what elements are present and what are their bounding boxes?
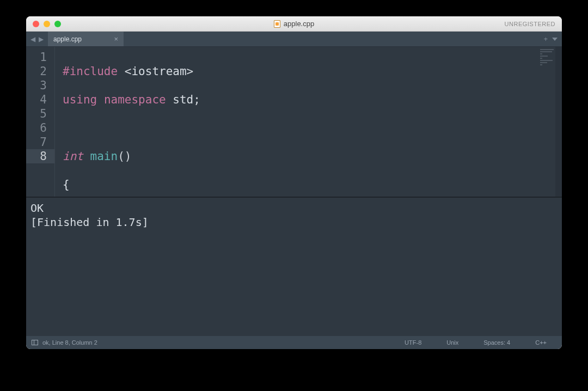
tok: ()	[118, 150, 131, 163]
minimize-window-button[interactable]	[44, 21, 50, 27]
status-cursor-info[interactable]: ok, Line 8, Column 2	[42, 339, 97, 346]
status-bar: ok, Line 8, Column 2 UTF-8 Unix Spaces: …	[26, 336, 562, 349]
status-indent[interactable]: Spaces: 4	[474, 339, 520, 346]
tok: namespace	[104, 93, 166, 106]
line-gutter[interactable]: 1 2 3 4 5 6 7 8	[26, 47, 55, 197]
line-number[interactable]: 6	[37, 121, 47, 135]
line-number[interactable]: 5	[37, 107, 47, 121]
editor-window: apple.cpp UNREGISTERED ◀ ▶ apple.cpp × +…	[26, 16, 562, 349]
title-filename: apple.cpp	[284, 20, 314, 28]
close-window-button[interactable]	[33, 21, 39, 27]
panel-switcher-icon[interactable]	[32, 340, 38, 345]
line-number-current[interactable]: 8	[26, 149, 54, 163]
line-number[interactable]: 4	[37, 93, 47, 107]
tok: #include	[63, 65, 118, 78]
status-line-ending[interactable]: Unix	[437, 339, 468, 346]
tok: main	[83, 150, 118, 163]
tok: iostream	[131, 65, 186, 78]
tok: using	[63, 93, 97, 106]
vertical-scrollbar[interactable]	[555, 47, 562, 197]
tab-close-icon[interactable]: ×	[114, 35, 118, 43]
line-number[interactable]: 1	[37, 50, 47, 64]
code-area[interactable]: #include <iostream> using namespace std;…	[55, 47, 562, 197]
nav-arrows: ◀ ▶	[26, 32, 48, 46]
nav-back-icon[interactable]: ◀	[29, 35, 36, 43]
line-number[interactable]: 3	[37, 78, 47, 93]
tok: ;	[193, 93, 200, 106]
tok: <	[118, 65, 131, 78]
line-number[interactable]: 2	[37, 64, 47, 78]
titlebar[interactable]: apple.cpp UNREGISTERED	[26, 16, 562, 32]
tok: {	[63, 178, 70, 191]
tok: std	[173, 93, 193, 106]
file-icon	[274, 20, 280, 28]
status-syntax[interactable]: C++	[525, 339, 556, 346]
build-output-panel[interactable]: OK [Finished in 1.7s]	[26, 198, 562, 336]
output-line: [Finished in 1.7s]	[30, 216, 149, 229]
tab-dropdown-icon[interactable]	[552, 38, 558, 41]
tab-apple-cpp[interactable]: apple.cpp ×	[48, 32, 124, 46]
status-encoding[interactable]: UTF-8	[395, 339, 431, 346]
zoom-window-button[interactable]	[54, 21, 61, 27]
status-left: ok, Line 8, Column 2	[32, 339, 97, 346]
new-tab-icon[interactable]: +	[543, 35, 548, 43]
tok: int	[63, 150, 83, 163]
unregistered-label: UNREGISTERED	[505, 21, 555, 27]
tok: >	[187, 65, 194, 78]
tabbar-controls: +	[539, 32, 562, 46]
tabbar-spacer	[124, 32, 539, 46]
nav-forward-icon[interactable]: ▶	[38, 35, 45, 43]
traffic-lights	[26, 21, 61, 27]
tab-bar: ◀ ▶ apple.cpp × +	[26, 32, 562, 47]
window-title: apple.cpp	[26, 20, 562, 28]
output-line: OK	[30, 201, 44, 215]
code-editor[interactable]: 1 2 3 4 5 6 7 8 #include <iostream> usin…	[26, 47, 562, 197]
line-number[interactable]: 7	[37, 135, 47, 149]
tab-label: apple.cpp	[53, 35, 82, 43]
